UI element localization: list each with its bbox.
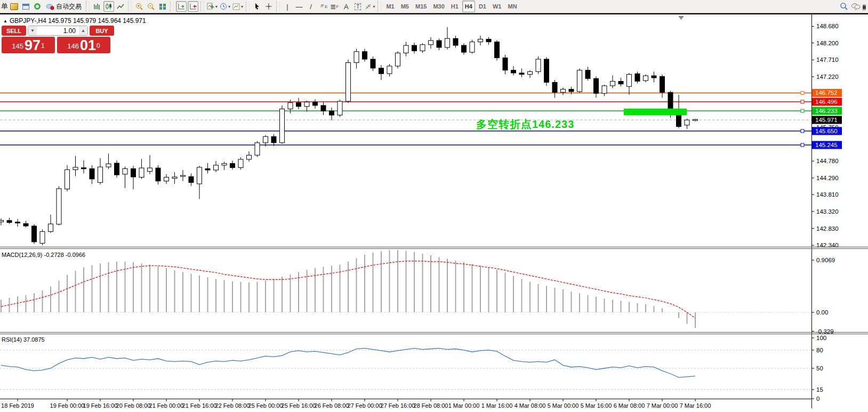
- time-label[interactable]: 25 Feb 16:00: [282, 402, 316, 409]
- toolbar-separator: [246, 2, 250, 11]
- text-label-tool[interactable]: T: [352, 1, 363, 12]
- tile-windows-button[interactable]: [157, 1, 168, 12]
- sell-button[interactable]: SELL: [2, 26, 26, 36]
- time-label[interactable]: 26 Feb 08:00: [315, 402, 349, 409]
- time-label[interactable]: 27 Feb 00:00: [348, 402, 382, 409]
- autotrading-button[interactable]: 自动交易: [44, 1, 84, 12]
- chart-line-button[interactable]: [115, 1, 126, 12]
- candle: [65, 169, 70, 189]
- candle: [453, 38, 458, 45]
- candle: [98, 167, 103, 182]
- candle: [602, 86, 607, 93]
- time-label[interactable]: 18 Feb 2019: [1, 402, 34, 409]
- volume-up-button[interactable]: ▲: [79, 26, 87, 35]
- time-label[interactable]: 25 Feb 00:00: [248, 402, 283, 409]
- tab-m30[interactable]: M30: [430, 1, 447, 12]
- tab-m1[interactable]: M1: [383, 1, 397, 12]
- buy-price-display[interactable]: 146 01 0: [57, 37, 110, 53]
- tab-m5[interactable]: M5: [398, 1, 412, 12]
- level-line-handle[interactable]: [801, 100, 804, 103]
- candle: [0, 221, 4, 222]
- time-label[interactable]: 20 Feb 08:00: [116, 402, 151, 409]
- tab-mn[interactable]: MN: [505, 1, 519, 12]
- time-label[interactable]: 22 Feb 08:00: [215, 402, 250, 409]
- search-button[interactable]: [839, 1, 849, 12]
- trendline-tool[interactable]: /: [306, 1, 316, 12]
- templates-button[interactable]: ▾: [232, 1, 244, 12]
- zoom-in-button[interactable]: [134, 1, 144, 12]
- sell-price-display[interactable]: 145 97 1: [2, 37, 55, 53]
- candle: [304, 102, 309, 106]
- time-label[interactable]: 4 Mar 08:00: [515, 402, 546, 409]
- candle: [635, 74, 640, 81]
- text-tool[interactable]: A: [341, 1, 351, 12]
- candle: [329, 111, 334, 115]
- vertical-line-tool[interactable]: |: [282, 1, 293, 12]
- auto-scroll-button[interactable]: [176, 1, 187, 12]
- indicators-button[interactable]: ▾: [206, 1, 218, 12]
- zoom-out-button[interactable]: [146, 1, 156, 12]
- toolbar-overflow-button[interactable]: ▣: [862, 1, 866, 12]
- time-label[interactable]: 1 Mar 16:00: [481, 402, 513, 409]
- volume-down-button[interactable]: ▼: [28, 26, 37, 35]
- volume-value[interactable]: 1.00: [37, 26, 79, 35]
- chat-button[interactable]: [850, 1, 861, 12]
- tab-m15[interactable]: M15: [413, 1, 429, 12]
- panel-collapse-arrow[interactable]: ▲: [3, 19, 7, 23]
- time-label[interactable]: 5 Mar 16:00: [581, 402, 612, 409]
- time-label[interactable]: 7 Mar 16:00: [680, 402, 711, 409]
- cube-icon: [10, 3, 18, 10]
- tab-h1[interactable]: H1: [448, 1, 461, 12]
- time-label[interactable]: 21 Feb 00:00: [149, 402, 184, 409]
- autotrading-label: 自动交易: [56, 2, 82, 11]
- time-label[interactable]: 7 Mar 00:00: [647, 402, 678, 409]
- candle: [462, 45, 467, 52]
- crosshair-tool-button[interactable]: [263, 1, 274, 12]
- rsi-tick-label: 100: [816, 335, 826, 341]
- level-badge-label: 145.650: [815, 128, 838, 134]
- tab-h4[interactable]: H4: [462, 1, 475, 12]
- candle: [470, 42, 475, 52]
- level-line-handle[interactable]: [801, 109, 804, 112]
- chart-candles-button[interactable]: [103, 1, 114, 12]
- chart-bars-button[interactable]: [92, 1, 102, 12]
- time-label[interactable]: 19 Feb 16:00: [83, 402, 118, 409]
- channel-tool[interactable]: 〃E: [317, 1, 328, 12]
- signal-icon: [34, 3, 41, 10]
- periods-button[interactable]: ▾: [219, 1, 231, 12]
- candle: [123, 168, 127, 174]
- time-label[interactable]: 27 Feb 16:00: [381, 402, 415, 409]
- time-label[interactable]: 1 Mar 00:00: [448, 402, 480, 409]
- pivot-highlight-rect[interactable]: [624, 109, 687, 116]
- chart-shift-button[interactable]: [188, 1, 198, 12]
- chart-shift-icon: [189, 3, 197, 10]
- chart-window: 148.680148.200147.710147.220145.750144.7…: [0, 13, 868, 412]
- time-label[interactable]: 21 Feb 16:00: [182, 402, 217, 409]
- time-label[interactable]: 5 Mar 00:00: [548, 402, 579, 409]
- gold-cube-icon[interactable]: [9, 1, 19, 12]
- level-line-handle[interactable]: [801, 91, 804, 94]
- pivot-annotation-text[interactable]: 多空转折点146.233: [476, 117, 574, 132]
- time-label[interactable]: 6 Mar 08:00: [614, 402, 645, 409]
- new-order-button[interactable]: 单: [1, 2, 8, 11]
- candle: [40, 231, 45, 243]
- overflow-icon: ▣: [862, 3, 866, 11]
- time-label[interactable]: 19 Feb 00:00: [50, 402, 85, 409]
- dropdown-caret: ▾: [215, 4, 218, 9]
- level-line-handle[interactable]: [801, 143, 804, 147]
- symbol-ohlc-bar: ▲ GBPJPY-,H4 145.975 145.979 145.964 145…: [3, 17, 146, 25]
- signals-button[interactable]: [32, 1, 43, 12]
- horizontal-line-tool[interactable]: —: [294, 1, 304, 12]
- metaeditor-button[interactable]: [20, 1, 31, 12]
- zoom-in-icon: [135, 3, 143, 11]
- tab-w1[interactable]: W1: [490, 1, 504, 12]
- arrows-tool[interactable]: ▾: [364, 1, 375, 12]
- time-label[interactable]: 28 Feb 08:00: [414, 402, 448, 409]
- cursor-tool-button[interactable]: [252, 1, 262, 12]
- level-line-handle[interactable]: [801, 130, 804, 133]
- buy-button[interactable]: BUY: [90, 26, 114, 36]
- chart-canvas[interactable]: 148.680148.200147.710147.220145.750144.7…: [0, 14, 868, 412]
- main-toolbar: 单 自动交易 ▾ ▾ ▾ | — / 〃E ≣F A T ▾ M1 M5 M15…: [0, 0, 868, 13]
- tab-d1[interactable]: D1: [476, 1, 489, 12]
- fibonacci-tool[interactable]: ≣F: [329, 1, 340, 12]
